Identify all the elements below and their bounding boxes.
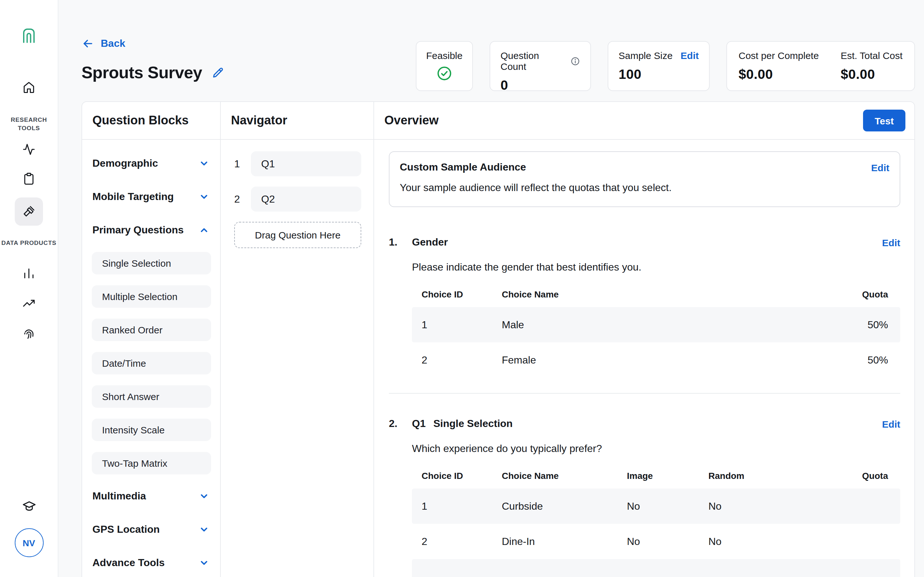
table-row-partial bbox=[412, 559, 900, 577]
section-number: 1. bbox=[389, 237, 412, 248]
est-total-cost-label: Est. Total Cost bbox=[841, 50, 903, 61]
info-icon[interactable] bbox=[570, 56, 580, 66]
navigator-column: Navigator 1 Q1 2 Q2 Drag Question Here bbox=[221, 102, 374, 577]
type-short-answer[interactable]: Short Answer bbox=[92, 385, 211, 408]
question-blocks-column: Question Blocks Demographic Mobile Targe… bbox=[82, 102, 221, 577]
audience-card-title: Custom Sample Audience bbox=[400, 161, 526, 173]
sidebar: RESEARCH TOOLS bbox=[0, 0, 58, 577]
col-image: Image bbox=[617, 471, 699, 481]
group-multimedia[interactable]: Multimedia bbox=[92, 480, 211, 513]
group-label: GPS Location bbox=[92, 524, 160, 535]
question-index: 2 bbox=[234, 193, 251, 205]
overview-column: Overview Test Custom Sample Audience Edi… bbox=[374, 102, 914, 577]
col-choice-name: Choice Name bbox=[492, 471, 617, 481]
group-primary-questions[interactable]: Primary Questions bbox=[92, 213, 211, 247]
chevron-down-icon bbox=[199, 192, 209, 202]
type-two-tap-matrix[interactable]: Two-Tap Matrix bbox=[92, 452, 211, 474]
question-count-card: Question Count 0 bbox=[489, 41, 591, 91]
app: RESEARCH TOOLS bbox=[0, 0, 924, 577]
col-quota: Quota bbox=[823, 471, 900, 481]
custom-sample-audience-card: Custom Sample Audience Edit Your sample … bbox=[389, 151, 900, 207]
question-text: Please indicate the gender that best ide… bbox=[412, 261, 900, 273]
type-date-time[interactable]: Date/Time bbox=[92, 352, 211, 374]
user-avatar[interactable]: NV bbox=[0, 528, 58, 557]
title-area: Back Sprouts Survey bbox=[81, 37, 225, 83]
type-single-selection[interactable]: Single Selection bbox=[92, 252, 211, 274]
test-button[interactable]: Test bbox=[863, 110, 905, 131]
sample-size-value: 100 bbox=[619, 67, 699, 82]
group-advance-tools[interactable]: Advance Tools bbox=[92, 546, 211, 577]
sample-size-edit-link[interactable]: Edit bbox=[680, 50, 699, 61]
home-icon[interactable] bbox=[0, 80, 58, 94]
group-label: Mobile Targeting bbox=[92, 191, 174, 203]
question-index: 1 bbox=[234, 158, 251, 169]
col-choice-id: Choice ID bbox=[412, 289, 492, 300]
question-text: Which experience do you typically prefer… bbox=[412, 443, 900, 455]
section-code: Q1 bbox=[412, 418, 426, 430]
primary-question-types: Single Selection Multiple Selection Rank… bbox=[92, 247, 211, 480]
section-divider bbox=[389, 393, 900, 394]
clipboard-icon[interactable] bbox=[0, 172, 58, 186]
navigator-title: Navigator bbox=[221, 102, 373, 140]
check-circle-icon bbox=[436, 65, 453, 82]
table-row: 1 Curbside No No bbox=[412, 488, 900, 524]
group-mobile-targeting[interactable]: Mobile Targeting bbox=[92, 180, 211, 213]
research-tools-label: RESEARCH TOOLS bbox=[0, 115, 58, 132]
gavel-icon bbox=[22, 205, 36, 219]
fingerprint-icon[interactable] bbox=[0, 327, 58, 341]
cost-card: Cost per Complete $0.00 Est. Total Cost … bbox=[726, 41, 915, 91]
type-ranked-order[interactable]: Ranked Order bbox=[92, 319, 211, 341]
group-demographic[interactable]: Demographic bbox=[92, 147, 211, 180]
main-content: Back Sprouts Survey Feasible bbox=[58, 0, 924, 577]
type-intensity-scale[interactable]: Intensity Scale bbox=[92, 419, 211, 441]
q1-edit-link[interactable]: Edit bbox=[882, 418, 900, 429]
cell-choice-id: 1 bbox=[412, 500, 492, 512]
question-blocks-title: Question Blocks bbox=[82, 102, 220, 140]
edit-title-icon[interactable] bbox=[211, 66, 225, 79]
question-count-label: Question Count bbox=[501, 50, 567, 72]
navigator-row: 2 Q2 bbox=[234, 187, 361, 211]
group-label: Demographic bbox=[92, 158, 158, 169]
feasible-card: Feasible bbox=[416, 41, 473, 91]
table-row: 1 Male 50% bbox=[412, 307, 900, 342]
bar-chart-icon[interactable] bbox=[0, 266, 58, 280]
trending-up-icon[interactable] bbox=[0, 296, 58, 310]
cell-choice-id: 1 bbox=[412, 319, 492, 330]
overview-title: Overview bbox=[384, 113, 439, 127]
cell-quota: 50% bbox=[823, 354, 900, 366]
audience-edit-link[interactable]: Edit bbox=[871, 162, 889, 173]
cell-choice-name: Dine-In bbox=[492, 536, 617, 547]
group-gps-location[interactable]: GPS Location bbox=[92, 513, 211, 546]
col-quota: Quota bbox=[823, 289, 900, 300]
back-button[interactable]: Back bbox=[81, 37, 225, 50]
gender-edit-link[interactable]: Edit bbox=[882, 237, 900, 248]
cell-choice-name: Female bbox=[492, 354, 823, 366]
navigator-row: 1 Q1 bbox=[234, 151, 361, 176]
audience-description: Your sample audience will reflect the qu… bbox=[400, 182, 889, 193]
back-label: Back bbox=[101, 38, 126, 49]
sample-size-label: Sample Size bbox=[619, 50, 672, 61]
col-choice-id: Choice ID bbox=[412, 471, 492, 481]
tools-active-item[interactable] bbox=[0, 197, 58, 226]
graduation-cap-icon[interactable] bbox=[0, 499, 58, 514]
cell-choice-id: 2 bbox=[412, 536, 492, 547]
cell-choice-name: Curbside bbox=[492, 500, 617, 512]
type-multiple-selection[interactable]: Multiple Selection bbox=[92, 285, 211, 308]
group-label: Primary Questions bbox=[92, 224, 184, 236]
activity-icon[interactable] bbox=[0, 142, 58, 156]
col-random: Random bbox=[699, 471, 823, 481]
cell-random: No bbox=[699, 536, 823, 547]
drag-question-dropzone[interactable]: Drag Question Here bbox=[234, 222, 361, 248]
table-row: 2 Dine-In No No bbox=[412, 524, 900, 559]
cost-per-complete: Cost per Complete $0.00 bbox=[738, 50, 819, 82]
cell-quota: 50% bbox=[823, 319, 900, 330]
table-header: Choice ID Choice Name Image Random Quota bbox=[412, 471, 900, 488]
navigator-item-q1[interactable]: Q1 bbox=[251, 151, 361, 176]
navigator-item-q2[interactable]: Q2 bbox=[251, 187, 361, 211]
cell-choice-id: 2 bbox=[412, 354, 492, 366]
avatar-initials: NV bbox=[23, 538, 35, 548]
est-total-cost: Est. Total Cost $0.00 bbox=[841, 50, 903, 82]
section-gender: 1. Gender Edit Please indicate the gende… bbox=[389, 237, 900, 394]
sample-size-card: Sample Size Edit 100 bbox=[607, 41, 710, 91]
page-title: Sprouts Survey bbox=[81, 63, 202, 83]
